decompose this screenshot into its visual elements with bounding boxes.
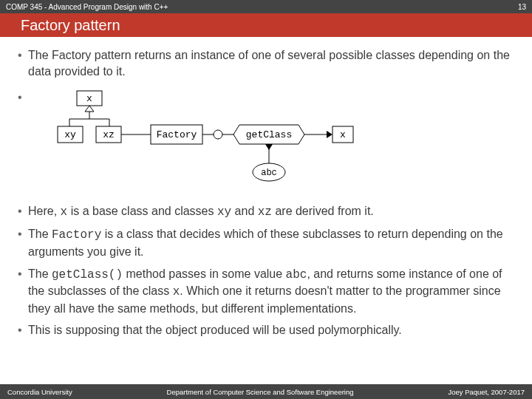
diagram-xy: xy (64, 129, 76, 140)
svg-point-12 (214, 130, 222, 139)
diagram-abc: abc (261, 168, 277, 178)
slide-title: Factory pattern (21, 17, 120, 34)
code-factory: Factory (52, 228, 101, 242)
code-getclass: getClass() (52, 268, 123, 282)
slide: COMP 345 - Advanced Program Design with … (0, 0, 532, 399)
bullet-polymorphic: This is supposing that the object produc… (18, 322, 514, 338)
diagram-x: x (86, 93, 92, 104)
code-x2: x (173, 285, 180, 299)
diagram-factory: Factory (157, 129, 197, 140)
diagram-x2: x (340, 129, 346, 140)
svg-marker-16 (327, 131, 332, 138)
footer-center: Department of Computer Science and Softw… (167, 388, 354, 396)
diagram-xz: xz (103, 129, 115, 140)
code-xz: xz (258, 205, 272, 219)
title-band: Factory pattern (0, 13, 532, 37)
code-abc: abc (286, 268, 307, 282)
page-number: 13 (518, 3, 526, 11)
bullet-factory: The Factory is a class that decides whic… (18, 226, 514, 259)
bullet-here: Here, x is a base class and classes xy a… (18, 203, 514, 221)
slide-content: The Factory pattern returns an instance … (0, 37, 532, 384)
code-x: x (61, 205, 68, 219)
bullet-intro-text: The Factory pattern returns an instance … (28, 49, 510, 78)
code-xy: xy (217, 205, 231, 219)
footer-left: Concordia University (7, 388, 72, 396)
bullet-intro: The Factory pattern returns an instance … (18, 47, 514, 79)
top-bar: COMP 345 - Advanced Program Design with … (0, 0, 532, 13)
course-label: COMP 345 - Advanced Program Design with … (6, 3, 168, 11)
footer-right: Joey Paquet, 2007-2017 (448, 388, 525, 396)
svg-marker-2 (85, 106, 94, 112)
diagram: x xy xz (47, 89, 514, 190)
diagram-svg: x xy xz (47, 89, 358, 185)
bullet-list: The Factory pattern returns an instance … (18, 47, 514, 338)
diagram-getclass: getClass (246, 129, 292, 140)
footer-bar: Concordia University Department of Compu… (0, 384, 532, 399)
bullet-getclass: The getClass() method passes in some val… (18, 266, 514, 317)
svg-marker-19 (265, 144, 273, 150)
